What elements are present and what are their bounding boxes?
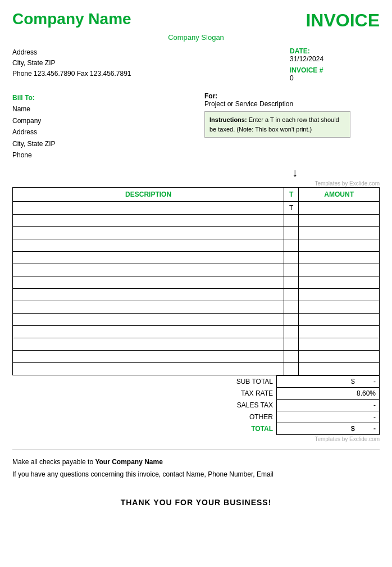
arrow-row: ↓ [12, 166, 380, 179]
tax-rate-row: TAX RATE 8.60% [12, 388, 380, 400]
bill-to-name: Name [12, 103, 188, 115]
other-value: - [277, 411, 380, 423]
billing-row: Bill To: Name Company Address City, Stat… [12, 92, 380, 161]
address-line2: City, State ZIP [12, 58, 131, 69]
row-t[interactable] [284, 314, 299, 326]
row-t[interactable] [284, 276, 299, 289]
row-t[interactable] [284, 289, 299, 301]
row-t[interactable] [284, 301, 299, 314]
row-t[interactable] [284, 326, 299, 338]
row-amount[interactable] [299, 289, 380, 301]
row-desc[interactable] [13, 252, 284, 264]
row-desc[interactable] [13, 264, 284, 276]
row-t[interactable] [284, 264, 299, 276]
for-description: Project or Service Description [204, 100, 380, 108]
row-desc[interactable] [13, 301, 284, 314]
row-desc[interactable] [13, 227, 284, 239]
date-block: DATE: 31/12/2024 INVOICE # 0 [290, 47, 380, 85]
row-desc[interactable] [13, 276, 284, 289]
date-value: 31/12/2024 [290, 55, 380, 63]
table-row [13, 338, 380, 351]
table-header-row: DESCRIPTION T AMOUNT [13, 188, 380, 202]
total-prefix: $ [351, 425, 355, 433]
row-t[interactable]: T [284, 202, 299, 215]
row-amount[interactable] [299, 351, 380, 363]
row-t[interactable] [284, 227, 299, 239]
row-amount[interactable] [299, 215, 380, 227]
row-amount[interactable] [299, 301, 380, 314]
table-row [13, 227, 380, 239]
bill-to-phone: Phone [12, 149, 188, 161]
subtotal-prefix: $ [351, 378, 355, 385]
table-row [13, 301, 380, 314]
bill-to-label: Bill To: [12, 92, 188, 103]
invoice-value: 0 [290, 74, 380, 82]
col-t-header: T [284, 188, 299, 202]
row-t[interactable] [284, 215, 299, 227]
table-row [13, 215, 380, 227]
checks-line-text: Make all checks payable to [12, 458, 93, 466]
table-row [13, 326, 380, 338]
invoice-label: INVOICE # [290, 66, 380, 74]
row-desc[interactable] [13, 314, 284, 326]
other-label: OTHER [12, 411, 277, 423]
bill-to-company: Company [12, 115, 188, 126]
other-row: OTHER - [12, 411, 380, 423]
footer-notes: Make all checks payable to Your Company … [12, 456, 380, 480]
address-block: Address City, State ZIP Phone 123.456.78… [12, 47, 131, 85]
row-amount[interactable] [299, 338, 380, 351]
row-t[interactable] [284, 252, 299, 264]
row-desc[interactable] [13, 239, 284, 252]
table-row [13, 363, 380, 375]
row-amount[interactable] [299, 202, 380, 215]
total-row: TOTAL $ - [12, 423, 380, 435]
row-desc[interactable] [13, 338, 284, 351]
divider [12, 449, 380, 450]
row-desc[interactable] [13, 326, 284, 338]
row-t[interactable] [284, 363, 299, 375]
address-line1: Address [12, 47, 131, 58]
row-desc[interactable] [13, 363, 284, 375]
row-amount[interactable] [299, 276, 380, 289]
sales-tax-row: SALES TAX - [12, 400, 380, 411]
watermark-bottom: Templates by Exclide.com [12, 436, 380, 442]
header: Company Name INVOICE [12, 10, 380, 31]
table-row [13, 239, 380, 252]
total-amount: - [373, 425, 376, 433]
row-t[interactable] [284, 239, 299, 252]
watermark-top: Templates by Exclide.com [12, 180, 380, 187]
row-desc[interactable] [13, 289, 284, 301]
row-amount[interactable] [299, 314, 380, 326]
table-row [13, 264, 380, 276]
row-amount[interactable] [299, 239, 380, 252]
bill-to-address: Address [12, 126, 188, 138]
subtotal-value: $ - [277, 376, 380, 388]
invoice-title: INVOICE [306, 10, 380, 31]
row-desc[interactable] [13, 202, 284, 215]
row-amount[interactable] [299, 326, 380, 338]
total-value: $ - [277, 423, 380, 435]
bill-to-city: City, State ZIP [12, 138, 188, 149]
table-row [13, 252, 380, 264]
row-t[interactable] [284, 351, 299, 363]
info-row: Address City, State ZIP Phone 123.456.78… [12, 47, 380, 85]
subtotal-amount: - [373, 378, 376, 385]
row-amount[interactable] [299, 252, 380, 264]
subtotal-row: SUB TOTAL $ - [12, 376, 380, 388]
row-desc[interactable] [13, 215, 284, 227]
totals-table: SUB TOTAL $ - TAX RATE 8.60% SALES TAX -… [12, 375, 380, 435]
for-label: For: [204, 92, 380, 100]
table-row [13, 351, 380, 363]
row-amount[interactable] [299, 227, 380, 239]
arrow-down-icon: ↓ [292, 166, 298, 179]
sales-tax-value: - [277, 400, 380, 411]
row-amount[interactable] [299, 264, 380, 276]
row-t[interactable] [284, 338, 299, 351]
instructions-box: Instructions: Enter a T in each row that… [204, 111, 350, 138]
col-desc-header: DESCRIPTION [13, 188, 284, 202]
row-desc[interactable] [13, 351, 284, 363]
thank-you: THANK YOU FOR YOUR BUSINESS! [12, 498, 380, 507]
row-amount[interactable] [299, 363, 380, 375]
table-row [13, 289, 380, 301]
tax-rate-label: TAX RATE [12, 388, 277, 400]
